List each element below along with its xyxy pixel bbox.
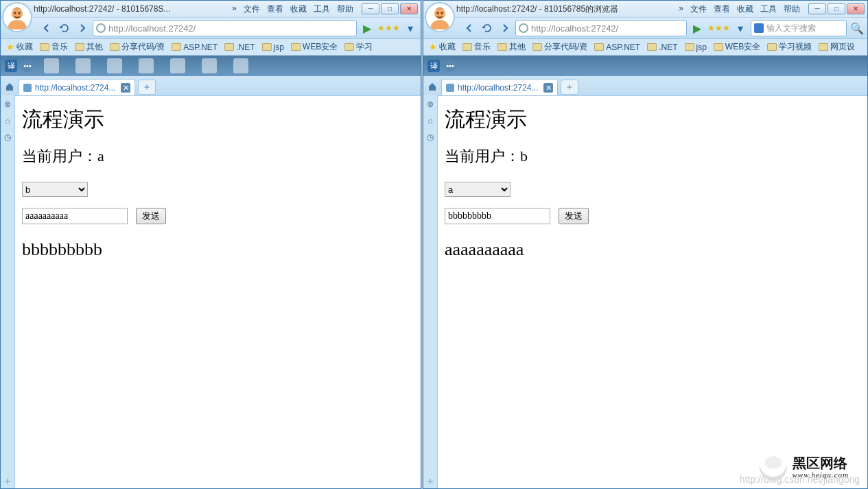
search-go-icon[interactable]: 🔍 bbox=[849, 21, 865, 36]
bookmark-websec[interactable]: WEB安全 bbox=[291, 41, 338, 53]
rail-history-icon[interactable]: ◷ bbox=[4, 132, 11, 142]
bookmark-music[interactable]: 音乐 bbox=[462, 41, 491, 53]
dropdown-icon[interactable]: ▾ bbox=[403, 21, 418, 36]
folder-icon bbox=[647, 43, 657, 51]
close-button[interactable]: ✕ bbox=[400, 3, 418, 14]
bookmark-websec[interactable]: WEB安全 bbox=[714, 41, 760, 53]
tab-close-icon[interactable]: ✕ bbox=[121, 83, 130, 93]
tab-localhost[interactable]: http://localhost:2724... ✕ bbox=[19, 79, 135, 95]
message-input[interactable] bbox=[22, 208, 128, 224]
menu-help[interactable]: 帮助 bbox=[337, 3, 353, 15]
desktop-shortcut bbox=[164, 57, 191, 75]
rating-stars[interactable]: ★★★ bbox=[707, 23, 730, 33]
bookmark-net[interactable]: .NET bbox=[224, 43, 255, 52]
maximize-button[interactable]: □ bbox=[381, 3, 399, 14]
url-text: http://localhost:27242/ bbox=[108, 23, 196, 34]
mode-badge[interactable]: 译 bbox=[427, 60, 440, 72]
go-icon[interactable]: ▶ bbox=[360, 21, 375, 36]
avatar[interactable] bbox=[2, 2, 32, 32]
rail-stop-icon[interactable]: ⊗ bbox=[427, 99, 434, 109]
menu-tools[interactable]: 工具 bbox=[760, 3, 777, 15]
bookmark-share[interactable]: 分享代码/资 bbox=[110, 41, 165, 53]
send-button[interactable]: 发送 bbox=[136, 208, 166, 224]
folder-icon bbox=[344, 43, 354, 51]
bookmark-fav[interactable]: ★收藏 bbox=[429, 41, 456, 53]
message-input[interactable] bbox=[445, 208, 550, 224]
close-button[interactable]: ✕ bbox=[847, 3, 865, 14]
bookmark-jsp[interactable]: jsp bbox=[685, 43, 707, 52]
star-icon: ★ bbox=[429, 42, 437, 52]
svg-point-2 bbox=[18, 12, 20, 14]
menu-file[interactable]: 文件 bbox=[244, 3, 260, 15]
menu-file[interactable]: 文件 bbox=[690, 3, 707, 15]
back-icon[interactable] bbox=[39, 21, 54, 36]
brand-name-cn: 黑区网络 bbox=[793, 455, 847, 470]
nav-bar: http://localhost:27242/ ▶ ★★★ ▾ 输入文字搜索 🔍 bbox=[423, 17, 867, 39]
menu-more[interactable]: » bbox=[679, 3, 683, 15]
bookmark-music[interactable]: 音乐 bbox=[40, 41, 68, 53]
bookmark-fav[interactable]: ★收藏 bbox=[6, 41, 33, 53]
menu-tools[interactable]: 工具 bbox=[314, 3, 330, 15]
rail-history-icon[interactable]: ◷ bbox=[427, 132, 434, 142]
dropdown-icon[interactable]: ▾ bbox=[733, 21, 748, 36]
address-bar[interactable]: http://localhost:27242/ bbox=[515, 20, 687, 36]
svg-point-1 bbox=[14, 12, 16, 14]
more-dots-icon[interactable]: ••• bbox=[21, 60, 34, 72]
menu-view[interactable]: 查看 bbox=[714, 3, 730, 15]
bookmark-net[interactable]: .NET bbox=[647, 43, 677, 52]
more-dots-icon[interactable]: ••• bbox=[444, 60, 456, 72]
bookmark-asp[interactable]: ASP.NET bbox=[594, 43, 640, 52]
bookmark-study[interactable]: 学习 bbox=[344, 41, 373, 53]
add-panel-icon[interactable]: + bbox=[425, 476, 436, 487]
recipient-select[interactable]: a bbox=[445, 182, 511, 197]
bookmark-studyvid[interactable]: 学习视频 bbox=[767, 41, 812, 53]
folder-icon bbox=[714, 43, 723, 51]
bookmark-jsp[interactable]: jsp bbox=[262, 43, 284, 52]
brand-name-en: www.heiqu.com bbox=[793, 470, 849, 479]
mode-badge[interactable]: 译 bbox=[5, 60, 17, 72]
send-button[interactable]: 发送 bbox=[559, 208, 589, 224]
menu-fav[interactable]: 收藏 bbox=[737, 3, 753, 15]
menu-fav[interactable]: 收藏 bbox=[290, 3, 307, 15]
bookmark-asp[interactable]: ASP.NET bbox=[172, 43, 218, 52]
bookmark-webpage[interactable]: 网页设 bbox=[819, 41, 855, 53]
minimize-button[interactable]: ─ bbox=[808, 3, 826, 14]
side-rail: ⊗ ⌂ ◷ bbox=[1, 95, 14, 488]
tab-localhost[interactable]: http://localhost:2724... ✕ bbox=[441, 79, 558, 95]
rail-home-icon[interactable]: ⌂ bbox=[5, 116, 10, 126]
bookmark-other[interactable]: 其他 bbox=[497, 41, 526, 53]
bookmark-share[interactable]: 分享代码/资 bbox=[532, 41, 587, 53]
search-box[interactable]: 输入文字搜索 bbox=[751, 20, 847, 36]
recipient-select[interactable]: b bbox=[22, 182, 88, 197]
tab-label: http://localhost:2724... bbox=[35, 83, 115, 93]
add-panel-icon[interactable]: + bbox=[2, 476, 13, 487]
tab-label: http://localhost:2724... bbox=[458, 83, 538, 93]
menu-view[interactable]: 查看 bbox=[267, 3, 283, 15]
avatar[interactable] bbox=[425, 2, 455, 32]
forward-icon[interactable] bbox=[497, 21, 513, 36]
go-icon[interactable]: ▶ bbox=[690, 21, 705, 36]
minimize-button[interactable]: ─ bbox=[362, 3, 379, 14]
maximize-button[interactable]: □ bbox=[828, 3, 845, 14]
back-icon[interactable] bbox=[462, 21, 477, 36]
search-engine-icon bbox=[754, 23, 764, 33]
home-icon[interactable] bbox=[426, 80, 438, 93]
new-tab-button[interactable]: ＋ bbox=[561, 80, 578, 95]
home-icon[interactable] bbox=[3, 80, 16, 93]
rail-stop-icon[interactable]: ⊗ bbox=[4, 99, 11, 109]
rail-home-icon[interactable]: ⌂ bbox=[427, 116, 432, 126]
page-content: 流程演示 当前用户：a b 发送 bbbbbbbbb bbox=[14, 95, 421, 488]
bookmark-other[interactable]: 其他 bbox=[75, 41, 103, 53]
new-tab-button[interactable]: ＋ bbox=[138, 80, 156, 95]
tab-close-icon[interactable]: ✕ bbox=[543, 83, 553, 93]
rating-stars[interactable]: ★★★ bbox=[377, 23, 400, 33]
refresh-icon[interactable] bbox=[480, 21, 495, 36]
menu-more[interactable]: » bbox=[232, 3, 237, 15]
refresh-icon[interactable] bbox=[57, 21, 72, 36]
menu-help[interactable]: 帮助 bbox=[784, 3, 800, 15]
desktop-shortcut bbox=[132, 57, 160, 75]
tab-strip: http://localhost:2724... ✕ ＋ bbox=[423, 76, 867, 95]
forward-icon[interactable] bbox=[75, 21, 90, 36]
address-bar[interactable]: http://localhost:27242/ bbox=[93, 20, 357, 36]
desktop-strip: 译 ••• bbox=[423, 56, 867, 76]
